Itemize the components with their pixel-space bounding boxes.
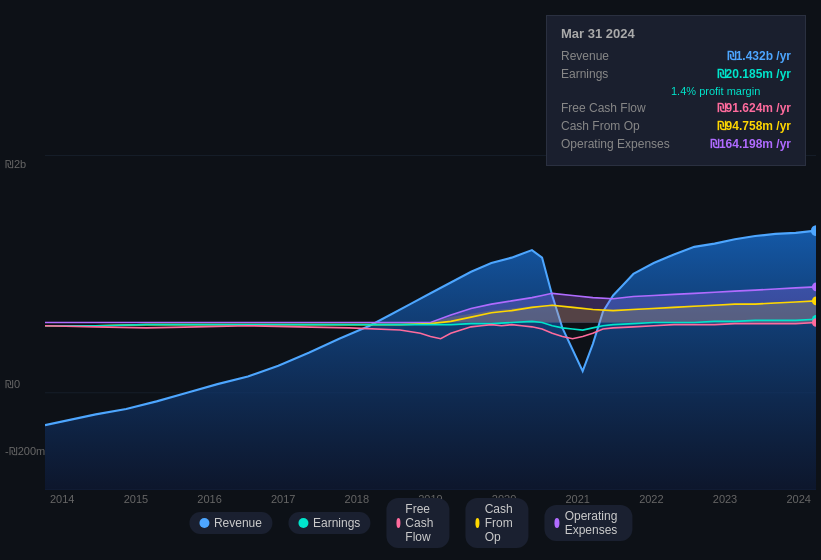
x-label-2024: 2024	[786, 493, 810, 505]
legend-fcf-dot	[396, 518, 400, 528]
x-label-2015: 2015	[124, 493, 148, 505]
tooltip-revenue-value: ₪1.432b /yr	[727, 49, 791, 63]
y-label-bottom: -₪200m	[5, 445, 45, 458]
tooltip-cashfromop-row: Cash From Op ₪94.758m /yr	[561, 119, 791, 133]
tooltip: Mar 31 2024 Revenue ₪1.432b /yr Earnings…	[546, 15, 806, 166]
x-label-2022: 2022	[639, 493, 663, 505]
legend-cashfromop-dot	[475, 518, 479, 528]
legend-opex-dot	[554, 518, 559, 528]
tooltip-earnings-row: Earnings ₪20.185m /yr	[561, 67, 791, 81]
tooltip-opex-row: Operating Expenses ₪164.198m /yr	[561, 137, 791, 151]
tooltip-fcf-value: ₪91.624m /yr	[717, 101, 791, 115]
tooltip-cashfromop-value: ₪94.758m /yr	[717, 119, 791, 133]
legend: Revenue Earnings Free Cash Flow Cash Fro…	[189, 498, 632, 548]
legend-cashfromop[interactable]: Cash From Op	[465, 498, 528, 548]
tooltip-date: Mar 31 2024	[561, 26, 791, 41]
legend-revenue[interactable]: Revenue	[189, 512, 272, 534]
legend-fcf[interactable]: Free Cash Flow	[386, 498, 449, 548]
tooltip-cashfromop-label: Cash From Op	[561, 119, 671, 133]
y-label-mid: ₪0	[5, 378, 20, 391]
tooltip-earnings-label: Earnings	[561, 67, 671, 81]
x-label-2023: 2023	[713, 493, 737, 505]
y-label-top: ₪2b	[5, 158, 26, 171]
chart-svg	[45, 155, 816, 490]
tooltip-revenue-label: Revenue	[561, 49, 671, 63]
tooltip-fcf-row: Free Cash Flow ₪91.624m /yr	[561, 101, 791, 115]
x-label-2014: 2014	[50, 493, 74, 505]
legend-revenue-label: Revenue	[214, 516, 262, 530]
tooltip-opex-label: Operating Expenses	[561, 137, 671, 151]
tooltip-opex-value: ₪164.198m /yr	[710, 137, 791, 151]
legend-fcf-label: Free Cash Flow	[405, 502, 439, 544]
chart-area	[45, 155, 816, 490]
tooltip-earnings-value: ₪20.185m /yr	[717, 67, 791, 81]
tooltip-fcf-label: Free Cash Flow	[561, 101, 671, 115]
tooltip-revenue-row: Revenue ₪1.432b /yr	[561, 49, 791, 63]
legend-cashfromop-label: Cash From Op	[485, 502, 519, 544]
tooltip-earnings-sub: 1.4% profit margin	[561, 85, 791, 97]
legend-earnings-label: Earnings	[313, 516, 360, 530]
legend-opex-label: Operating Expenses	[565, 509, 622, 537]
legend-revenue-dot	[199, 518, 209, 528]
chart-container: Mar 31 2024 Revenue ₪1.432b /yr Earnings…	[0, 0, 821, 560]
legend-opex[interactable]: Operating Expenses	[544, 505, 632, 541]
legend-earnings[interactable]: Earnings	[288, 512, 370, 534]
legend-earnings-dot	[298, 518, 308, 528]
revenue-area	[45, 231, 816, 490]
